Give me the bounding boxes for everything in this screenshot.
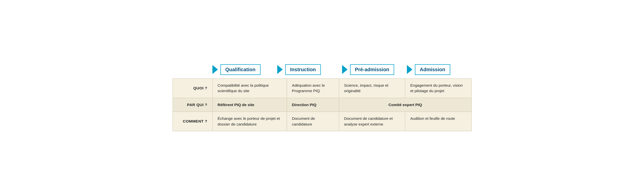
row-label-comment: COMMENT ? <box>172 112 212 131</box>
table-row-quoi: QUOI ? Compatibilité avec la politique s… <box>172 78 472 98</box>
cell-comment-instruction: Document de candidature <box>287 112 339 131</box>
stage-label-preadmission: Pré-admission <box>350 64 394 75</box>
cell-comment-preadmission: Document de candidature et analyse exper… <box>339 112 405 131</box>
cell-text-comment-preadmission: Document de candidature et analyse exper… <box>344 116 393 126</box>
process-diagram: Qualification Instruction Pré-admission … <box>172 63 472 131</box>
cell-comment-admission: Audition et feuille de route <box>405 112 472 131</box>
table-row-parqui: PAR QUI ? Référent PIQ de site Direction… <box>172 98 472 112</box>
cell-quoi-qualification: Compatibilité avec la politique scientif… <box>212 78 287 98</box>
cell-text-parqui-instruction: Direction PIQ <box>292 103 316 107</box>
stage-label-instruction: Instruction <box>285 64 321 75</box>
header-row: Qualification Instruction Pré-admission … <box>172 63 472 76</box>
process-table: QUOI ? Compatibilité avec la politique s… <box>172 78 472 131</box>
arrow-icon-preadmission <box>342 65 348 74</box>
cell-text-quoi-preadmission: Science, impact, risque et originalité <box>344 83 388 93</box>
stage-label-qualification: Qualification <box>220 64 260 75</box>
cell-text-parqui-qualification: Référent PIQ de site <box>218 103 254 107</box>
cell-parqui-comite: Comité expert PIQ <box>339 98 472 112</box>
stage-header-qualification: Qualification <box>212 63 277 76</box>
stage-label-admission: Admission <box>415 64 450 75</box>
arrow-icon-qualification <box>212 65 218 74</box>
row-label-quoi: QUOI ? <box>172 78 212 98</box>
cell-comment-qualification: Échange avec le porteur de projet et dos… <box>212 112 287 131</box>
cell-parqui-instruction: Direction PIQ <box>287 98 339 112</box>
row-label-parqui: PAR QUI ? <box>172 98 212 112</box>
cell-text-comment-instruction: Document de candidature <box>292 116 315 126</box>
stage-header-instruction: Instruction <box>277 63 342 76</box>
cell-parqui-qualification: Référent PIQ de site <box>212 98 287 112</box>
cell-text-parqui-comite: Comité expert PIQ <box>388 103 422 107</box>
arrow-icon-instruction <box>277 65 283 74</box>
cell-text-quoi-instruction: Adéquation avec le Programme PIQ <box>292 83 325 93</box>
cell-text-comment-qualification: Échange avec le porteur de projet et dos… <box>218 116 280 126</box>
cell-text-comment-admission: Audition et feuille de route <box>410 116 455 121</box>
stage-header-preadmission: Pré-admission <box>342 63 407 76</box>
cell-text-quoi-qualification: Compatibilité avec la politique scientif… <box>218 83 269 93</box>
arrow-icon-admission <box>407 65 412 74</box>
table-row-comment: COMMENT ? Échange avec le porteur de pro… <box>172 112 472 131</box>
cell-quoi-admission: Engagement du porteur, vision et pilotag… <box>405 78 472 98</box>
cell-quoi-preadmission: Science, impact, risque et originalité <box>339 78 405 98</box>
cell-quoi-instruction: Adéquation avec le Programme PIQ <box>287 78 339 98</box>
cell-text-quoi-admission: Engagement du porteur, vision et pilotag… <box>410 83 462 93</box>
stage-header-admission: Admission <box>407 63 472 76</box>
